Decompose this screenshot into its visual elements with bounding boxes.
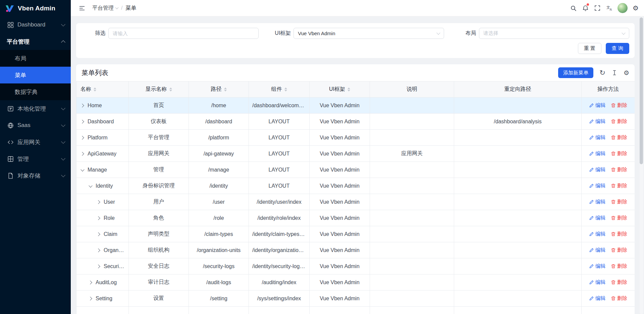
column-header-display-name[interactable]: 显示名称 (129, 81, 189, 98)
edit-button[interactable]: 编辑 (589, 295, 605, 302)
fullscreen-icon[interactable] (592, 2, 603, 14)
delete-button[interactable]: 删除 (611, 279, 627, 286)
row-expand-toggle[interactable] (96, 248, 101, 253)
sort-icon[interactable] (284, 87, 287, 91)
sidebar-item-management[interactable]: 管理 (0, 150, 71, 167)
row-expand-toggle[interactable] (88, 296, 93, 301)
row-expand-toggle[interactable] (96, 215, 101, 221)
delete-button[interactable]: 删除 (611, 102, 627, 109)
filter-input[interactable] (108, 28, 259, 39)
table-row[interactable]: Identity 身份标识管理 /identity LAYOUT Vue Vbe… (76, 178, 635, 194)
sidebar-item-platform[interactable]: 平台管理 (0, 33, 71, 50)
edit-button[interactable]: 编辑 (589, 150, 605, 157)
table-row[interactable]: 编辑 删除 (76, 307, 635, 314)
table-row[interactable]: Security... 安全日志 /security-logs /identit… (76, 258, 635, 274)
table-row[interactable]: Organiz... 组织机构 /organization-units /ide… (76, 242, 635, 258)
delete-button[interactable]: 删除 (611, 263, 627, 269)
sort-icon[interactable] (169, 87, 172, 91)
sidebar-item-dictionary[interactable]: 数据字典 (0, 83, 71, 100)
row-expand-toggle[interactable] (88, 183, 93, 189)
table-row[interactable]: Setting 设置 /setting /sys/settings/index … (76, 291, 635, 307)
reset-button[interactable]: 重 置 (578, 43, 601, 54)
avatar[interactable] (618, 3, 628, 13)
sidebar-item-saas[interactable]: Saas (0, 117, 71, 134)
row-expand-toggle[interactable] (80, 135, 85, 140)
delete-button[interactable]: 删除 (611, 134, 627, 141)
column-header-component[interactable]: 组件 (249, 81, 310, 98)
edit-button[interactable]: 编辑 (589, 199, 605, 205)
add-menu-button[interactable]: 添加新菜单 (558, 67, 593, 78)
sidebar-item-storage[interactable]: 对象存储 (0, 167, 71, 184)
row-expand-toggle[interactable] (96, 264, 101, 269)
framework-cell: Vue Vben Admin (310, 242, 370, 258)
edit-button[interactable]: 编辑 (589, 231, 605, 237)
sidebar-item-dashboard[interactable]: Dashboard (0, 16, 71, 33)
row-expand-toggle[interactable] (80, 167, 85, 173)
table-row[interactable]: Platform 平台管理 /platform LAYOUT Vue Vben … (76, 130, 635, 146)
delete-button[interactable]: 删除 (611, 167, 627, 173)
row-expand-toggle[interactable] (96, 232, 101, 237)
row-expand-toggle[interactable] (80, 151, 85, 156)
edit-button[interactable]: 编辑 (589, 183, 605, 189)
edit-button[interactable]: 编辑 (589, 263, 605, 269)
row-expand-toggle[interactable] (80, 103, 85, 108)
edit-pencil-icon (589, 264, 594, 269)
sidebar-item-localization[interactable]: 本地化管理 (0, 100, 71, 117)
table-row[interactable]: Dashboard 仪表板 /dashboard LAYOUT Vue Vben… (76, 114, 635, 130)
scrollbar-thumb[interactable] (640, 17, 643, 164)
sidebar-item-layout[interactable]: 布局 (0, 50, 71, 67)
edit-button[interactable]: 编辑 (589, 134, 605, 141)
row-expand-toggle[interactable] (88, 280, 93, 285)
column-header-framework[interactable]: UI框架 (310, 81, 370, 98)
column-header-name[interactable]: 名称 (76, 81, 129, 98)
sort-icon[interactable] (347, 87, 350, 91)
delete-button[interactable]: 删除 (611, 247, 627, 253)
table-row[interactable]: Claim 声明类型 /claim-types /identity/claim-… (76, 226, 635, 242)
sidebar-item-menu[interactable]: 菜单 (0, 67, 71, 83)
table-row[interactable]: Manage 管理 /manage LAYOUT Vue Vben Admin … (76, 162, 635, 178)
translate-icon[interactable]: 文 A (604, 2, 615, 14)
menu-fold-icon[interactable] (76, 2, 88, 14)
logo[interactable]: Vben Admin (0, 0, 71, 16)
svg-text:A: A (610, 8, 612, 11)
edit-button[interactable]: 编辑 (589, 102, 605, 109)
table-row[interactable]: User 用户 /user /identity/user/index Vue V… (76, 194, 635, 210)
row-expand-toggle[interactable] (96, 199, 101, 205)
component-cell: /identity/security-logs/i... (249, 258, 310, 274)
breadcrumb-root[interactable]: 平台管理 (92, 5, 118, 12)
delete-button[interactable]: 删除 (611, 199, 627, 205)
table-row[interactable]: Role 角色 /role /identity/role/index Vue V… (76, 210, 635, 226)
delete-button[interactable]: 删除 (611, 183, 627, 189)
edit-button[interactable]: 编辑 (589, 167, 605, 173)
refresh-icon[interactable]: ↻ (599, 69, 605, 76)
delete-button[interactable]: 删除 (611, 295, 627, 302)
scrollbar[interactable] (640, 17, 643, 314)
delete-button[interactable]: 删除 (611, 150, 627, 157)
table-row[interactable]: Home 首页 /home /dashboard/welcome/in... V… (76, 98, 635, 114)
edit-button[interactable]: 编辑 (589, 279, 605, 286)
search-icon[interactable] (568, 2, 579, 14)
edit-button[interactable]: 编辑 (589, 247, 605, 253)
column-settings-icon[interactable]: ⚙ (624, 70, 629, 76)
delete-button[interactable]: 删除 (611, 215, 627, 221)
ui-framework-select[interactable]: Vue Vben Admin (293, 28, 444, 39)
table-row[interactable]: ApiGateway 应用网关 /api-gateway LAYOUT Vue … (76, 146, 635, 162)
sort-icon[interactable] (224, 87, 227, 91)
notification-bell-icon[interactable] (580, 2, 591, 14)
delete-button[interactable]: 删除 (611, 118, 627, 125)
edit-button[interactable]: 编辑 (589, 118, 605, 125)
search-button[interactable]: 查 询 (606, 43, 629, 54)
sidebar-item-gateway[interactable]: 应用网关 (0, 134, 71, 150)
delete-button[interactable]: 删除 (611, 231, 627, 237)
column-header-path[interactable]: 路径 (189, 81, 249, 98)
table-row[interactable]: AuditLog 审计日志 /audit-logs /auditing/inde… (76, 274, 635, 291)
layout-select[interactable]: 请选择 (479, 28, 629, 39)
edit-button[interactable]: 编辑 (589, 215, 605, 221)
row-height-icon[interactable] (611, 70, 618, 76)
display-name-cell: 平台管理 (129, 130, 189, 146)
content: 筛选 UI框架 Vue Vben Admin 布局 请选择 (71, 16, 644, 314)
sort-icon[interactable] (94, 87, 96, 91)
row-expand-toggle[interactable] (80, 119, 85, 124)
settings-gear-icon[interactable]: ⚙ (630, 2, 641, 14)
path-cell: /user (189, 194, 249, 210)
